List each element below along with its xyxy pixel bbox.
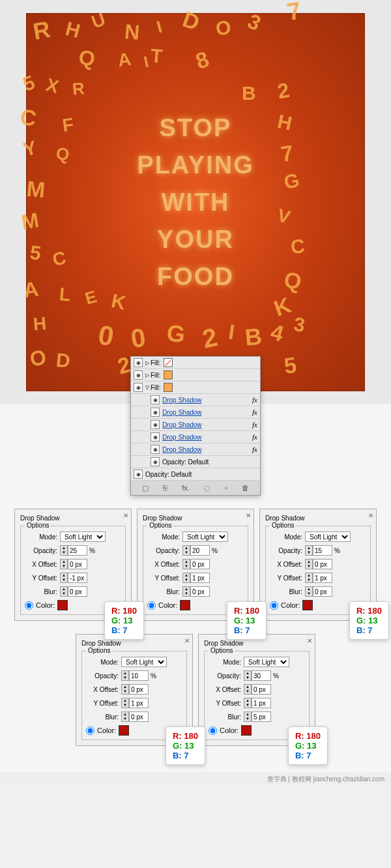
- effect-link[interactable]: Drop Shadow: [162, 421, 252, 428]
- mode-select[interactable]: Soft Light: [305, 531, 351, 542]
- disclosure-open-icon[interactable]: ▽: [145, 385, 149, 391]
- blur-input[interactable]: [252, 711, 271, 722]
- color-swatch[interactable]: [302, 600, 313, 610]
- color-radio[interactable]: [25, 601, 33, 610]
- xoffset-input[interactable]: [129, 684, 149, 695]
- color-radio[interactable]: [86, 726, 94, 735]
- fill-swatch[interactable]: [164, 370, 173, 380]
- effect-link[interactable]: Drop Shadow: [162, 446, 252, 453]
- spinner-buttons[interactable]: ▲▼: [182, 573, 190, 583]
- close-icon[interactable]: ✕: [307, 637, 312, 644]
- effect-row[interactable]: Drop Shadowfx: [131, 394, 260, 406]
- fx-menu-icon[interactable]: fx.: [182, 484, 190, 492]
- spinner-buttons[interactable]: ▲▼: [244, 698, 252, 708]
- opacity-input[interactable]: [313, 545, 332, 556]
- xoffset-input[interactable]: [252, 684, 271, 695]
- appearance-panel[interactable]: ▷ Fill: ▷ Fill: ▽ Fill: Drop Shadowfx Dr…: [130, 356, 261, 496]
- effect-row[interactable]: Drop Shadowfx: [131, 431, 260, 443]
- color-swatch[interactable]: [241, 725, 252, 736]
- blur-input[interactable]: [129, 711, 149, 722]
- disclosure-icon[interactable]: ▷: [145, 360, 149, 366]
- visibility-icon[interactable]: [151, 408, 160, 417]
- blur-input[interactable]: [190, 586, 210, 597]
- spinner-buttons[interactable]: ▲▼: [305, 586, 313, 597]
- spinner-buttons[interactable]: ▲▼: [60, 545, 68, 556]
- xoffset-input[interactable]: [190, 559, 210, 569]
- opacity-row-outer[interactable]: Opacity: Default: [131, 468, 260, 481]
- color-radio[interactable]: [270, 601, 278, 610]
- visibility-icon[interactable]: [134, 358, 143, 367]
- spinner-buttons[interactable]: ▲▼: [244, 670, 252, 681]
- close-icon[interactable]: ✕: [123, 512, 128, 519]
- opacity-input[interactable]: [129, 670, 149, 681]
- color-swatch[interactable]: [57, 600, 68, 610]
- mode-select[interactable]: Soft Light: [121, 657, 167, 667]
- xoffset-input[interactable]: [68, 559, 87, 569]
- close-icon[interactable]: ✕: [246, 512, 251, 519]
- visibility-icon[interactable]: [151, 395, 160, 404]
- fill-swatch-none[interactable]: [164, 358, 173, 367]
- yoffset-input[interactable]: [252, 698, 271, 708]
- effect-link[interactable]: Drop Shadow: [162, 397, 252, 404]
- fill-row-3[interactable]: ▽ Fill:: [131, 382, 260, 394]
- visibility-icon[interactable]: [151, 420, 160, 429]
- opacity-input[interactable]: [252, 670, 271, 681]
- new-layer-icon[interactable]: ▫: [225, 484, 227, 492]
- mode-select[interactable]: Soft Light: [244, 657, 289, 667]
- color-radio[interactable]: [209, 726, 217, 735]
- spinner-buttons[interactable]: ▲▼: [305, 573, 313, 583]
- spinner-buttons[interactable]: ▲▼: [305, 545, 313, 556]
- opacity-row[interactable]: Opacity: Default: [131, 456, 260, 468]
- visibility-icon[interactable]: [151, 432, 160, 441]
- trash-icon[interactable]: 🗑: [242, 484, 249, 492]
- visibility-icon[interactable]: [134, 370, 143, 380]
- spinner-buttons[interactable]: ▲▼: [121, 670, 129, 681]
- spinner-buttons[interactable]: ▲▼: [121, 711, 129, 722]
- effect-row[interactable]: Drop Shadowfx: [131, 419, 260, 431]
- fill-swatch[interactable]: [164, 383, 173, 392]
- yoffset-input[interactable]: [313, 573, 332, 583]
- fill-row-2[interactable]: ▷ Fill:: [131, 369, 260, 382]
- spinner-buttons[interactable]: ▲▼: [121, 684, 129, 695]
- blur-input[interactable]: [68, 586, 87, 597]
- clear-icon[interactable]: ◌: [204, 484, 210, 492]
- visibility-icon[interactable]: [151, 457, 160, 466]
- effect-row[interactable]: Drop Shadowfx: [131, 443, 260, 456]
- blur-input[interactable]: [313, 586, 332, 597]
- yoffset-input[interactable]: [190, 573, 210, 583]
- visibility-icon[interactable]: [134, 383, 143, 392]
- duplicate-icon[interactable]: ⎘: [163, 484, 167, 492]
- new-icon[interactable]: ▢: [142, 484, 149, 492]
- opacity-input[interactable]: [190, 545, 210, 556]
- yoffset-input[interactable]: [129, 698, 149, 708]
- effect-link[interactable]: Drop Shadow: [162, 409, 252, 416]
- spinner-buttons[interactable]: ▲▼: [60, 586, 68, 597]
- spinner-buttons[interactable]: ▲▼: [60, 573, 68, 583]
- disclosure-icon[interactable]: ▷: [145, 372, 149, 378]
- spinner-buttons[interactable]: ▲▼: [182, 545, 190, 556]
- mode-select[interactable]: Soft Light: [60, 531, 106, 542]
- spinner-buttons[interactable]: ▲▼: [305, 559, 313, 569]
- effect-row[interactable]: Drop Shadowfx: [131, 406, 260, 419]
- yoffset-label: Y Offset:: [86, 700, 119, 707]
- spinner-buttons[interactable]: ▲▼: [182, 559, 190, 569]
- xoffset-input[interactable]: [313, 559, 332, 569]
- visibility-icon[interactable]: [134, 470, 143, 479]
- spinner-buttons[interactable]: ▲▼: [121, 698, 129, 708]
- spinner-buttons[interactable]: ▲▼: [244, 711, 252, 722]
- effect-link[interactable]: Drop Shadow: [162, 434, 252, 441]
- spinner-buttons[interactable]: ▲▼: [182, 586, 190, 597]
- color-swatch[interactable]: [180, 600, 190, 610]
- spinner-buttons[interactable]: ▲▼: [244, 684, 252, 695]
- spinner-buttons[interactable]: ▲▼: [60, 559, 68, 569]
- close-icon[interactable]: ✕: [368, 512, 373, 519]
- mode-select[interactable]: Soft Light: [182, 531, 228, 542]
- visibility-icon[interactable]: [151, 445, 160, 454]
- yoffset-input[interactable]: [68, 573, 87, 583]
- fill-row-1[interactable]: ▷ Fill:: [131, 357, 260, 369]
- color-radio[interactable]: [147, 601, 156, 610]
- color-swatch[interactable]: [119, 725, 129, 736]
- close-icon[interactable]: ✕: [184, 637, 190, 644]
- opacity-input[interactable]: [68, 545, 87, 556]
- fill-label: Fill:: [151, 384, 161, 391]
